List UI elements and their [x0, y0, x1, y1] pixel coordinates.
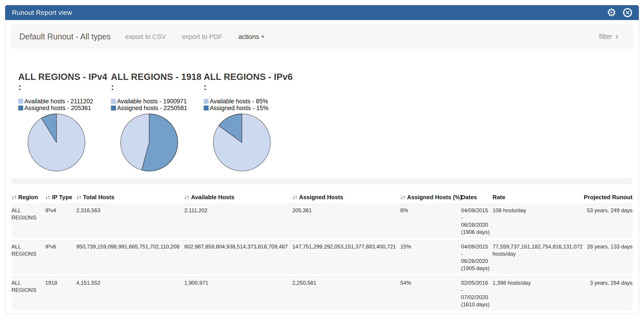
- report-title: Default Runout - All types: [19, 32, 111, 42]
- chevron-right-icon: ›: [616, 32, 618, 41]
- column-header-label: Region: [18, 194, 38, 201]
- filter-button[interactable]: filter ›: [599, 33, 618, 41]
- table-cell: ALL REGIONS: [12, 243, 45, 272]
- pie-chart: [27, 113, 86, 172]
- table-cell: 205,361: [292, 207, 400, 236]
- column-header-projected-runout: Projected Runout: [582, 194, 632, 201]
- toolbar: Default Runout - All types export to CSV…: [12, 25, 632, 48]
- table-cell: 77,559,737,161,182,754,816,131,072 hosts…: [492, 243, 582, 272]
- column-header-total-hosts[interactable]: ↓↑Total Hosts: [76, 194, 184, 201]
- sort-icon: ↓↑: [292, 194, 297, 200]
- table-cell: 950,739,159,096,991,665,751,702,110,208: [76, 243, 184, 272]
- column-header-label: Rate: [492, 194, 505, 201]
- legend-swatch: [111, 99, 116, 104]
- legend-item-assigned: Assigned hosts - 205361: [18, 105, 111, 112]
- export-csv-button[interactable]: export to CSV: [125, 33, 166, 40]
- table-cell: 1,900,971: [184, 279, 292, 308]
- export-pdf-button[interactable]: export to PDF: [182, 33, 222, 40]
- pie-group: ALL REGIONS - 1918 :Available hosts - 19…: [111, 72, 204, 172]
- table-body: ALL REGIONSIPv42,316,5632,111,202205,361…: [12, 204, 632, 310]
- runout-table: ↓↑Region↓↑IP Type↓↑Total Hosts↓↑Availabl…: [12, 194, 632, 310]
- legend-label: Assigned hosts - 15%: [210, 105, 268, 112]
- column-header-region[interactable]: ↓↑Region: [12, 194, 45, 201]
- table-cell: 147,751,299,292,053,151,377,883,400,721: [292, 243, 400, 272]
- titlebar: Runout Report view ⚙ ×: [5, 5, 639, 20]
- table-cell: 8%: [400, 207, 461, 236]
- pie-chart-title: ALL REGIONS - 1918 :: [111, 72, 204, 92]
- legend-label: Available hosts - 1900971: [117, 98, 187, 105]
- table-cell: 02/05/2016 - 07/02/2020 (1610 days): [461, 279, 492, 308]
- pie-chart-title: ALL REGIONS - IPv4 :: [18, 72, 111, 92]
- table-cell: 108 hosts/day: [492, 207, 582, 236]
- legend-label: Assigned hosts - 205361: [24, 105, 91, 112]
- column-header-label: Dates: [461, 194, 477, 201]
- table-cell: 15%: [400, 243, 461, 272]
- separator-strip: [12, 178, 632, 184]
- sort-icon: ↓↑: [45, 194, 50, 200]
- table-cell: 04/09/2015 - 06/26/2020 (1905 days): [461, 243, 492, 272]
- window-body: Default Runout - All types export to CSV…: [5, 20, 639, 310]
- sort-icon: ↓↑: [12, 194, 16, 200]
- pie-charts-section: ALL REGIONS - IPv4 :Available hosts - 21…: [12, 72, 632, 172]
- legend-label: Available hosts - 85%: [210, 98, 268, 105]
- runout-report-window: Runout Report view ⚙ × Default Runout - …: [5, 5, 639, 314]
- legend-swatch: [18, 99, 23, 104]
- table-cell: 2,111,202: [184, 207, 292, 236]
- pie-chart: [120, 113, 178, 172]
- column-header-label: Assigned Hosts: [299, 194, 344, 201]
- table-cell: 2,316,563: [76, 207, 184, 236]
- column-header-label: Total Hosts: [83, 194, 114, 201]
- sort-icon: ↓↑: [76, 194, 81, 200]
- table-cell: 3 years, 264 days: [582, 279, 632, 308]
- pie-chart-title: ALL REGIONS - IPv6 :: [204, 72, 296, 92]
- legend-item-available: Available hosts - 1900971: [111, 98, 204, 105]
- legend-swatch: [18, 106, 23, 110]
- column-header-dates: Dates: [461, 194, 492, 201]
- legend-swatch: [204, 99, 208, 104]
- pie-legend: Available hosts - 2111202Assigned hosts …: [18, 98, 111, 112]
- table-cell: IPv4: [45, 207, 76, 236]
- legend-label: Available hosts - 2111202: [24, 98, 93, 105]
- table-cell: 2,250,581: [292, 279, 400, 308]
- column-header-label: Available Hosts: [191, 194, 234, 201]
- legend-item-assigned: Assigned hosts - 2250581: [111, 105, 204, 112]
- column-header-rate: Rate: [492, 194, 582, 201]
- table-cell: 28 years, 133 days: [582, 243, 632, 272]
- table-cell: ALL REGIONS: [12, 207, 45, 236]
- legend-item-available: Available hosts - 85%: [204, 98, 296, 105]
- pie-chart: [213, 113, 271, 172]
- column-header-label: Assigned Hosts (%): [407, 194, 462, 201]
- table-cell: IPv6: [45, 243, 76, 272]
- table-cell: 53 years, 249 days: [582, 207, 632, 236]
- table-header-row: ↓↑Region↓↑IP Type↓↑Total Hosts↓↑Availabl…: [12, 194, 632, 204]
- column-header-ip-type[interactable]: ↓↑IP Type: [45, 194, 76, 201]
- column-header-label: Projected Runout: [584, 194, 632, 201]
- column-header-available-hosts[interactable]: ↓↑Available Hosts: [184, 194, 292, 201]
- actions-button[interactable]: actions +: [238, 33, 265, 40]
- legend-item-assigned: Assigned hosts - 15%: [204, 105, 296, 112]
- window-title: Runout Report view: [12, 9, 72, 16]
- table-row[interactable]: ALL REGIONSIPv42,316,5632,111,202205,361…: [12, 204, 632, 238]
- legend-swatch: [111, 106, 116, 110]
- table-cell: 04/09/2015 - 06/26/2020 (1906 days): [461, 207, 492, 236]
- table-cell: 802,987,859,804,938,514,373,818,709,487: [184, 243, 292, 272]
- pie-legend: Available hosts - 85%Assigned hosts - 15…: [204, 98, 296, 112]
- close-icon[interactable]: ×: [623, 8, 632, 17]
- pie-group: ALL REGIONS - IPv4 :Available hosts - 21…: [18, 72, 111, 172]
- titlebar-icons: ⚙ ×: [607, 7, 632, 18]
- table-cell: 4,151,552: [76, 279, 184, 308]
- pie-legend: Available hosts - 1900971Assigned hosts …: [111, 98, 204, 112]
- table-row[interactable]: ALL REGIONSIPv6950,739,159,096,991,665,7…: [12, 240, 632, 274]
- gear-icon[interactable]: ⚙: [607, 7, 616, 18]
- table-row[interactable]: ALL REGIONS19184,151,5521,900,9712,250,5…: [12, 276, 632, 310]
- filter-label: filter: [599, 33, 612, 41]
- sort-icon: ↓↑: [184, 194, 189, 200]
- column-header-label: IP Type: [52, 194, 72, 201]
- table-cell: 1918: [45, 279, 76, 308]
- table-cell: 54%: [400, 279, 461, 308]
- column-header-assigned-hosts[interactable]: ↓↑Assigned Hosts (%): [400, 194, 461, 201]
- legend-swatch: [204, 106, 208, 110]
- legend-label: Assigned hosts - 2250581: [117, 105, 187, 112]
- table-cell: ALL REGIONS: [12, 279, 45, 308]
- column-header-assigned-hosts[interactable]: ↓↑Assigned Hosts: [292, 194, 400, 201]
